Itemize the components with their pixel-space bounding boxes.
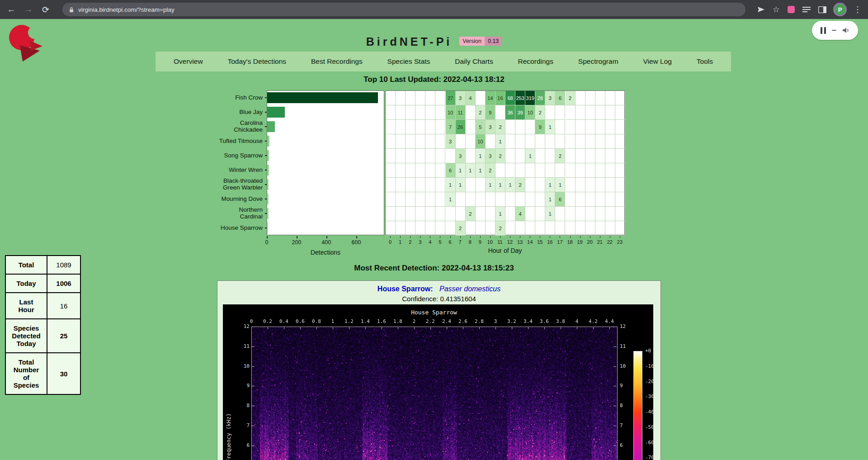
hour-tick: 10 [485,239,495,245]
side-panel-icon[interactable] [818,6,826,13]
spectrogram-x-tick: 0.6 [292,318,308,324]
heatmap-cell [595,192,605,207]
detections-bar [267,150,269,161]
heatmap-cell [535,163,545,178]
heatmap-cell [566,163,576,178]
species-label: Fish Crow [198,90,265,105]
heatmap-cell [386,178,396,192]
heatmap-cell [535,192,545,207]
heatmap-cell: 3 [545,91,555,105]
spectrogram-x-tick: 2 [406,318,422,324]
stats-value-link[interactable]: 25 [47,319,80,353]
heatmap-cell [515,134,525,149]
nav-daily-charts[interactable]: Daily Charts [455,57,493,66]
spectrogram-x-tick: 4 [569,318,585,324]
detection-scientific-name[interactable]: Passer domesticus [439,285,500,293]
nav-tools[interactable]: Tools [697,57,713,66]
hour-tick: 7 [455,239,465,245]
browser-toolbar: ← → ⟳ virginia.birdnetpi.com/?stream=pla… [0,0,868,19]
spectrogram-x-tick: 3.2 [504,318,519,324]
hour-tick: 19 [575,239,585,245]
speaker-icon[interactable] [842,27,850,33]
nav-view-log[interactable]: View Log [643,57,671,66]
back-icon[interactable]: ← [6,5,16,14]
stats-label: Today [5,274,47,293]
heatmap-cell [515,192,525,207]
nav-overview[interactable]: Overview [174,57,203,66]
hour-tick: 5 [435,239,445,245]
heatmap-cell: 1 [545,120,555,134]
spectrogram-y-tick: 12 [238,323,250,329]
heatmap-cell: 11 [456,105,466,120]
heatmap-cell [595,105,605,120]
nav-today-s-detections[interactable]: Today's Detections [227,57,286,66]
spectrogram-x-tick: 2.6 [455,318,471,324]
heatmap-cell [466,149,476,163]
heatmap-cell: 6 [555,91,565,105]
top10-chart: Fish Crow273414166825331928362Blue Jay10… [198,90,650,262]
heatmap-cell [476,221,486,236]
heatmap-cell [505,221,515,236]
detection-species-link[interactable]: House Sparrow: [377,285,433,293]
heatmap-cell [415,178,425,192]
heatmap-cell: 9 [535,120,545,134]
nav-recordings[interactable]: Recordings [518,57,553,66]
profile-avatar[interactable]: P [834,4,846,15]
detections-bar [267,179,269,190]
send-icon[interactable] [757,6,765,13]
heatmap-cell [585,163,595,178]
volume-slider-icon[interactable] [832,30,836,31]
spectrogram-x-tick: 4.2 [585,318,601,324]
stats-value-link[interactable]: 1006 [47,274,80,293]
heatmap-cell [396,120,406,134]
heatmap-cell [595,91,605,105]
spectrogram-x-tick: 3.4 [520,318,536,324]
heatmap-cell [605,163,615,178]
nav-species-stats[interactable]: Species Stats [387,57,430,66]
address-bar[interactable]: virginia.birdnetpi.com/?stream=play [62,3,745,16]
heatmap-cell [515,120,525,134]
bookmark-star-icon[interactable]: ☆ [773,5,780,14]
heatmap-cell [386,192,396,207]
forward-icon[interactable]: → [24,5,33,14]
hour-tick: 18 [565,239,575,245]
pause-icon[interactable] [821,27,826,34]
heatmap-cell [615,134,625,149]
heatmap-cell [476,207,486,221]
heatmap-cell [595,120,605,134]
heatmap-cell [605,91,615,105]
reading-list-icon[interactable] [802,6,811,13]
stats-table: Total1089Today1006Last Hour16Species Det… [5,255,81,395]
heatmap-cell [585,105,595,120]
heatmap-cell [415,149,425,163]
colorbar-tick: -10 [645,363,653,369]
heatmap-cell [535,221,545,236]
detection-panel: House Sparrow: Passer domesticus Confide… [217,280,661,460]
heatmap-cell: 6 [555,192,565,207]
heatmap-cell: 1 [466,163,476,178]
pink-extension-icon[interactable] [788,6,795,13]
heatmap-cell [595,134,605,149]
stats-value-link[interactable]: 30 [47,353,80,394]
heatmap-cell [505,192,515,207]
nav-spectrogram[interactable]: Spectrogram [578,57,618,66]
nav-best-recordings[interactable]: Best Recordings [311,57,363,66]
heatmap-cell [415,221,425,236]
heatmap-cell [446,221,456,236]
heatmap-cell [555,207,565,221]
spectrogram-y-tick-right: 10 [620,363,632,369]
menu-kebab-icon[interactable]: ⋮ [854,5,862,14]
heatmap-cell [456,134,466,149]
hour-tick: 17 [555,239,565,245]
species-label: Tufted Titmouse [198,134,265,148]
audio-player [812,21,858,40]
heatmap-cell [425,207,435,221]
colorbar-tick: -30 [645,394,653,399]
heatmap-cell [605,192,615,207]
heatmap-cell [425,178,435,192]
heatmap-cell [595,178,605,192]
heatmap-cell: 1 [456,178,466,192]
reload-icon[interactable]: ⟳ [41,5,51,15]
hour-tick: 0 [385,239,395,245]
spectrogram-y-tick: 7 [238,422,250,428]
